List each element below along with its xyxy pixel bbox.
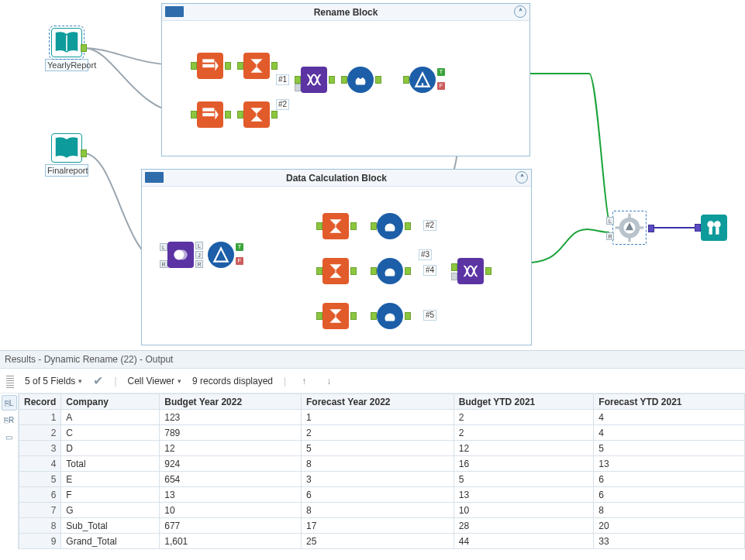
cell[interactable]: 3 <box>302 472 454 487</box>
formula-tool[interactable] <box>347 67 374 93</box>
cell[interactable]: 8 <box>302 456 454 472</box>
cell[interactable]: 6 <box>594 487 745 503</box>
in-port[interactable] <box>237 62 243 70</box>
out-port[interactable] <box>225 62 231 70</box>
cell[interactable]: 10 <box>160 503 302 518</box>
cell[interactable]: 1 <box>302 410 454 425</box>
prev-record-button[interactable]: ↑ <box>297 374 311 388</box>
cell[interactable]: 5 <box>454 472 594 487</box>
select-tool[interactable] <box>197 101 223 128</box>
cell[interactable]: 2 <box>454 425 594 441</box>
in-port[interactable] <box>341 76 347 84</box>
in-port[interactable] <box>295 76 301 84</box>
cell[interactable]: G <box>61 503 160 518</box>
cell[interactable]: 6 <box>594 472 745 487</box>
out-port[interactable] <box>350 312 357 320</box>
true-anchor[interactable]: T <box>437 68 445 76</box>
cell[interactable]: 33 <box>594 534 745 549</box>
false-anchor[interactable]: F <box>437 82 445 90</box>
browse-tool[interactable] <box>701 215 727 241</box>
cell[interactable]: 8 <box>594 503 745 518</box>
in-port[interactable] <box>316 267 322 275</box>
in-port[interactable] <box>695 224 701 232</box>
summarize-tool[interactable] <box>243 101 270 128</box>
cell[interactable]: 13 <box>594 456 745 472</box>
table-row[interactable]: 9Grand_Total1,601254433 <box>19 534 745 549</box>
cell-viewer-dropdown[interactable]: Cell Viewer ▾ <box>128 376 181 387</box>
cell[interactable]: 8 <box>302 503 454 518</box>
col-budget-ytd-2021[interactable]: Budget YTD 2021 <box>454 394 594 410</box>
record-number[interactable]: 4 <box>19 456 61 472</box>
dynamic-rename-tool[interactable] <box>301 67 327 93</box>
col-budget-2022[interactable]: Budget Year 2022 <box>160 394 302 410</box>
out-port[interactable] <box>271 111 278 119</box>
in-port[interactable] <box>451 263 457 271</box>
dynamic-rename-tool[interactable] <box>457 258 484 284</box>
collapse-button[interactable]: ˄ <box>514 5 526 18</box>
cell[interactable]: 924 <box>160 456 302 472</box>
record-number[interactable]: 1 <box>19 410 61 425</box>
cell[interactable]: 677 <box>160 518 302 534</box>
cell[interactable]: 6 <box>302 487 454 503</box>
select-tool[interactable] <box>197 53 223 79</box>
in-port[interactable] <box>191 111 197 119</box>
table-row[interactable]: 5E654356 <box>19 472 745 487</box>
cell[interactable]: 123 <box>160 410 302 425</box>
cell[interactable]: 16 <box>454 456 594 472</box>
record-number[interactable]: 8 <box>19 518 61 534</box>
in-port[interactable] <box>237 111 243 119</box>
in-port[interactable] <box>316 222 322 230</box>
summarize-tool[interactable] <box>322 258 349 284</box>
table-row[interactable]: 3D125125 <box>19 441 745 456</box>
false-anchor[interactable]: F <box>236 257 243 265</box>
cell[interactable]: C <box>61 425 160 441</box>
cell[interactable]: 2 <box>454 410 594 425</box>
cell[interactable]: 12 <box>454 441 594 456</box>
l-anchor[interactable]: L <box>195 242 203 249</box>
r-anchor[interactable]: R <box>195 260 203 268</box>
cell[interactable]: F <box>61 487 160 503</box>
cell[interactable]: 10 <box>454 503 594 518</box>
formula-tool[interactable] <box>377 303 403 329</box>
in-port[interactable] <box>316 312 322 320</box>
out-port[interactable] <box>329 76 335 84</box>
in-port[interactable] <box>191 62 197 70</box>
cell[interactable]: 20 <box>594 518 745 534</box>
col-forecast-ytd-2021[interactable]: Forecast YTD 2021 <box>594 394 745 410</box>
summarize-tool[interactable] <box>243 53 270 79</box>
l-anchor[interactable]: L <box>160 243 167 251</box>
cell[interactable]: Sub_Total <box>61 518 160 534</box>
grip-icon[interactable] <box>6 374 14 388</box>
filter-tool[interactable] <box>409 67 436 93</box>
summarize-tool[interactable] <box>322 213 349 239</box>
cell[interactable]: 12 <box>160 441 302 456</box>
cell[interactable]: 4 <box>594 410 745 425</box>
table-row[interactable]: 6F136136 <box>19 487 745 503</box>
container-handle-icon[interactable] <box>165 6 184 17</box>
record-number[interactable]: 7 <box>19 503 61 518</box>
workflow-canvas[interactable]: YearlyReport Finalreport Rename Block ˄ … <box>0 0 745 350</box>
table-row[interactable]: 1A123124 <box>19 410 745 425</box>
cell[interactable]: E <box>61 472 160 487</box>
filter-tool[interactable] <box>208 242 234 268</box>
out-port[interactable] <box>350 267 357 275</box>
cell[interactable]: 789 <box>160 425 302 441</box>
formula-tool[interactable] <box>377 258 403 284</box>
output-tool[interactable] <box>612 211 647 245</box>
r-anchor[interactable]: R <box>606 232 614 240</box>
cell[interactable]: D <box>61 441 160 456</box>
next-record-button[interactable]: ↓ <box>322 374 336 388</box>
cell[interactable]: Total <box>61 456 160 472</box>
check-icon[interactable]: ✔ <box>93 373 103 388</box>
record-number[interactable]: 6 <box>19 487 61 503</box>
col-forecast-2022[interactable]: Forecast Year 2022 <box>302 394 454 410</box>
true-anchor[interactable]: T <box>236 243 243 251</box>
output-port[interactable] <box>81 44 87 52</box>
cell[interactable]: A <box>61 410 160 425</box>
side-tab-r[interactable]: ⎘R <box>2 412 17 428</box>
j-anchor[interactable]: J <box>195 251 203 259</box>
record-number[interactable]: 2 <box>19 425 61 441</box>
cell[interactable]: 28 <box>454 518 594 534</box>
record-number[interactable]: 3 <box>19 441 61 456</box>
cell[interactable]: 17 <box>302 518 454 534</box>
